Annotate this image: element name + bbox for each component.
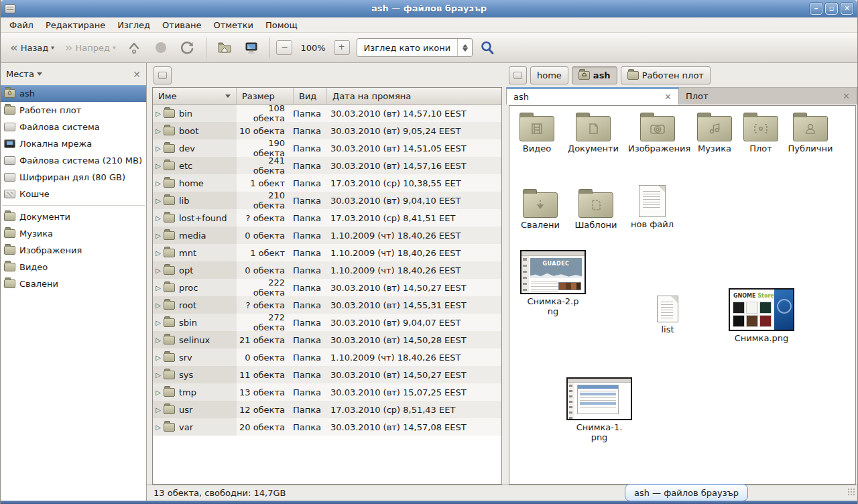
breadcrumb-root-button[interactable] (509, 66, 527, 84)
breadcrumb-ash-button[interactable]: ash (572, 66, 617, 84)
zoom-out-button[interactable]: − (276, 40, 292, 55)
breadcrumb-home-button[interactable]: home (530, 66, 568, 84)
sidebar-item[interactable]: Файлова система (1, 119, 146, 135)
column-header-name[interactable]: Име (153, 88, 237, 104)
combo-spinner-icon[interactable] (457, 39, 472, 56)
table-row[interactable]: ▷ dev 190 обекта Папка 30.03.2010 (вт) 1… (153, 139, 501, 157)
expander-icon[interactable]: ▷ (153, 319, 164, 326)
file-item-snimka[interactable]: GNOME Store Снимка.png (725, 288, 798, 344)
back-history-arrow-icon[interactable]: ▾ (51, 44, 54, 51)
table-row[interactable]: ▷ srv 0 обекта Папка 1.10.2009 (чт) 18,4… (153, 349, 501, 366)
table-row[interactable]: ▷ var 20 обекта Папка 30.03.2010 (вт) 14… (153, 418, 501, 436)
tab-desktop[interactable]: Плот ✕ (679, 87, 857, 105)
expander-icon[interactable]: ▷ (153, 162, 164, 170)
menu-go[interactable]: Отиване (156, 19, 207, 32)
column-header-type[interactable]: Вид (294, 88, 327, 104)
forward-button[interactable]: » Напред ▾ (61, 40, 120, 56)
expander-icon[interactable]: ▷ (153, 249, 164, 257)
menu-edit[interactable]: Редактиране (40, 19, 111, 32)
table-row[interactable]: ▷ media 0 обекта Папка 1.10.2009 (чт) 18… (153, 227, 501, 244)
expander-icon[interactable]: ▷ (153, 302, 164, 309)
sidebar-item[interactable]: Работен плот (1, 102, 146, 119)
zoom-in-button[interactable]: + (334, 40, 350, 55)
tab-close-icon[interactable]: ✕ (843, 91, 850, 101)
table-row[interactable]: ▷ lib 210 обекта Папка 30.03.2010 (вт) 9… (153, 192, 501, 209)
expander-icon[interactable]: ▷ (153, 110, 164, 117)
titlebar[interactable]: ash — файлов браузър – ▫ ✕ (1, 0, 857, 17)
folder-item-pictures[interactable]: Изображения (628, 113, 687, 154)
menu-bookmarks[interactable]: Отметки (207, 19, 259, 32)
expander-icon[interactable]: ▷ (153, 336, 164, 344)
expander-icon[interactable]: ▷ (153, 371, 164, 379)
expander-icon[interactable]: ▷ (153, 214, 164, 222)
folder-item-downloads[interactable]: Свалени (512, 189, 568, 231)
file-item-new-file[interactable]: нов файл (624, 185, 680, 230)
expander-icon[interactable]: ▷ (153, 267, 164, 274)
table-row[interactable]: ▷ root ? обекта Папка 30.03.2010 (вт) 14… (153, 296, 501, 314)
stop-button[interactable] (149, 37, 173, 58)
places-selector[interactable]: Места (6, 69, 42, 79)
sidebar-item[interactable]: Изображения (1, 242, 146, 259)
table-row[interactable]: ▷ sys 11 обекта Папка 30.03.2010 (вт) 14… (153, 366, 501, 383)
sidebar-item[interactable]: Кошче (1, 186, 146, 202)
column-header-size[interactable]: Размер (237, 88, 294, 104)
table-row[interactable]: ▷ usr 12 обекта Папка 17.03.2010 (ср) 8,… (153, 401, 501, 418)
folder-item-documents[interactable]: Документи (563, 113, 623, 154)
menu-view[interactable]: Изглед (111, 19, 156, 32)
sidebar-item[interactable]: Файлова система (210 MB) (1, 152, 146, 169)
home-button[interactable] (212, 37, 237, 58)
back-button[interactable]: « Назад ▾ (6, 40, 58, 56)
folder-item-desktop[interactable]: Плот (741, 113, 781, 154)
breadcrumb-desktop-button[interactable]: Работен плот (621, 66, 711, 84)
table-row[interactable]: ▷ mnt 1 обект Папка 1.10.2009 (чт) 18,40… (153, 244, 501, 261)
sidebar-item[interactable]: Документи (1, 208, 146, 225)
table-row[interactable]: ▷ lost+found ? обекта Папка 17.03.2010 (… (153, 209, 501, 227)
tab-close-icon[interactable]: ✕ (664, 92, 672, 102)
search-button[interactable] (475, 37, 499, 58)
expander-icon[interactable]: ▷ (153, 354, 164, 361)
resize-grip[interactable] (847, 488, 855, 496)
menu-help[interactable]: Помощ (259, 19, 304, 32)
forward-history-arrow-icon[interactable]: ▾ (113, 44, 116, 51)
sidebar-close-icon[interactable]: ✕ (133, 69, 141, 80)
table-row[interactable]: ▷ selinux 21 обекта Папка 30.03.2010 (вт… (153, 331, 501, 349)
view-mode-select[interactable]: Изглед като икони (357, 38, 473, 57)
menu-file[interactable]: Файл (3, 19, 40, 32)
expander-icon[interactable]: ▷ (153, 127, 164, 135)
expander-icon[interactable]: ▷ (153, 406, 164, 414)
expander-icon[interactable]: ▷ (153, 284, 164, 292)
table-row[interactable]: ▷ boot 10 обекта Папка 30.03.2010 (вт) 9… (153, 122, 501, 139)
expander-icon[interactable]: ▷ (153, 424, 164, 431)
folder-item-templates[interactable]: Шаблони (567, 189, 625, 231)
sidebar-item[interactable]: Шифриран дял (80 GB) (1, 169, 146, 186)
maximize-button[interactable]: ▫ (825, 3, 838, 15)
file-item-snimka1[interactable]: Снимка-1.png (564, 377, 634, 443)
location-button[interactable] (154, 66, 172, 84)
tab-ash[interactable]: ash ✕ (506, 87, 679, 105)
minimize-button[interactable]: – (810, 3, 822, 15)
column-header-date[interactable]: Дата на промяна (327, 88, 501, 104)
table-row[interactable]: ▷ proc 222 обекта Папка 30.03.2010 (вт) … (153, 279, 501, 296)
expander-icon[interactable]: ▷ (153, 197, 164, 204)
sidebar-item[interactable]: ash (1, 85, 146, 102)
table-row[interactable]: ▷ etc 241 обекта Папка 30.03.2010 (вт) 1… (153, 157, 501, 174)
sidebar-item[interactable]: Свалени (1, 275, 146, 292)
folder-item-public[interactable]: Публични (782, 113, 839, 154)
reload-button[interactable] (176, 37, 200, 58)
folder-item-video[interactable]: Видео (509, 113, 564, 154)
file-item-list[interactable]: list (639, 296, 696, 335)
close-button[interactable]: ✕ (841, 3, 853, 15)
expander-icon[interactable]: ▷ (153, 145, 164, 152)
table-row[interactable]: ▷ sbin 272 обекта Папка 30.03.2010 (вт) … (153, 314, 501, 331)
expander-icon[interactable]: ▷ (153, 180, 164, 187)
table-row[interactable]: ▷ tmp 13 обекта Папка 30.03.2010 (вт) 15… (153, 383, 501, 401)
table-row[interactable]: ▷ home 1 обект Папка 17.03.2010 (ср) 10,… (153, 174, 501, 192)
table-row[interactable]: ▷ bin 108 обекта Папка 30.03.2010 (вт) 1… (153, 105, 501, 122)
up-button[interactable] (122, 37, 146, 58)
sidebar-item[interactable]: Видео (1, 259, 146, 275)
folder-item-music[interactable]: Музика (687, 113, 742, 154)
table-row[interactable]: ▷ opt 0 обекта Папка 1.10.2009 (чт) 18,4… (153, 261, 501, 279)
expander-icon[interactable]: ▷ (153, 389, 164, 396)
computer-button[interactable] (239, 37, 263, 58)
expander-icon[interactable]: ▷ (153, 232, 164, 239)
